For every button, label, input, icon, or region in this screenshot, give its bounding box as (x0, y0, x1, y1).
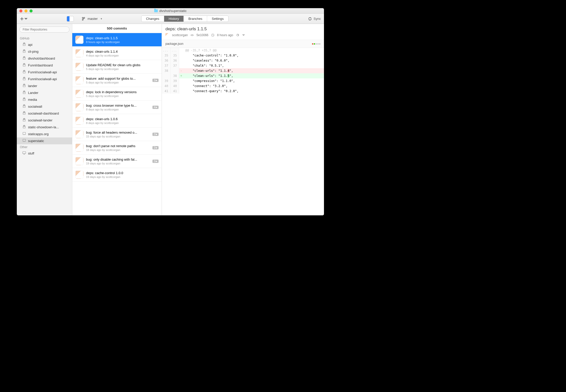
diff-line: 3939 "compression": "1.1.0", (162, 78, 324, 83)
commit-meta: 19 days ago by scottcorgan (86, 162, 150, 165)
avatar (75, 144, 83, 152)
lock-icon (22, 104, 26, 109)
sidebar-item[interactable]: staticapps.org (17, 131, 72, 137)
sidebar-item[interactable]: stuff (17, 150, 72, 157)
filter-repos-input[interactable] (19, 26, 69, 33)
commit-item[interactable]: bug: only disable caching with fal...19 … (72, 155, 162, 168)
sidebar-item[interactable]: media (17, 96, 72, 103)
sync-icon (308, 17, 312, 21)
diff-line: 38- "clean-urls": "1.1.4", (162, 68, 324, 73)
tab-branches[interactable]: Branches (184, 16, 207, 22)
commit-item[interactable]: Update README for clean urls globs5 days… (72, 60, 162, 74)
commit-item[interactable]: bug: cross browser mime type fo...8 days… (72, 101, 162, 114)
commit-title: bug: don't parse not remote paths (86, 144, 150, 148)
branch-name: master (88, 17, 98, 21)
diff-view: ......@@ -35,7 +35,7 @@3535 "cache-contr… (162, 48, 324, 94)
repo-icon (22, 139, 26, 143)
sidebar-toggle-button[interactable] (67, 16, 74, 22)
branch-selector[interactable]: master ▼ (81, 17, 103, 21)
lock-icon (22, 125, 26, 129)
avatar (75, 49, 83, 57)
desktop-icon (22, 151, 26, 156)
lock-icon (22, 56, 26, 61)
commit-title: bug: only disable caching with fal... (86, 158, 150, 161)
commit-file-count-badge: 2 ▶ (152, 133, 159, 136)
clock-icon (211, 33, 215, 37)
sidebar-item-label: Funnl/dashboard (28, 63, 53, 67)
caret-down-icon[interactable] (242, 33, 245, 37)
sidebar-item-label: Funnl/socialwall-api (28, 77, 57, 81)
avatar (75, 90, 83, 98)
avatar (75, 157, 83, 165)
commit-detail-title: deps: clean-urls 1.1.5 (165, 26, 320, 32)
sidebar-item-label: lander (28, 84, 37, 88)
commit-item[interactable]: deps: lock in dependency versions5 days … (72, 87, 162, 101)
sidebar-item[interactable]: cli-ping (17, 48, 72, 55)
sidebar-item[interactable]: lander (17, 82, 72, 89)
commit-item[interactable]: deps: clean-urls 1.0.68 days ago by scot… (72, 114, 162, 128)
commit-file-count-badge: 3 ▶ (152, 160, 159, 163)
sidebar-item-label: static-showdown-la... (28, 125, 59, 129)
sidebar-item[interactable]: Lander (17, 89, 72, 96)
diff-line: 3737 "chalk": "0.5.1", (162, 63, 324, 68)
lock-icon (22, 91, 26, 95)
caret-down-icon (24, 17, 28, 21)
sidebar-item-label: media (28, 98, 37, 102)
repo-icon (22, 132, 26, 136)
commit-meta: 8 hours ago by scottcorgan (86, 40, 159, 44)
lock-icon (22, 63, 26, 67)
gear-icon[interactable] (236, 33, 239, 37)
commit-item[interactable]: deps: clean-urls 1.1.44 days ago by scot… (72, 47, 162, 60)
commit-title: bug: cross browser mime type fo... (86, 104, 150, 107)
sidebar-item[interactable]: api (17, 41, 72, 48)
caret-down-icon: ▼ (100, 18, 103, 20)
sidebar-item[interactable]: divshot/dashboard (17, 55, 72, 62)
commit-icon (190, 33, 194, 37)
maximize-window-button[interactable] (30, 9, 33, 12)
diff-line: 3535 "cache-control": "1.0.0", (162, 53, 324, 58)
commit-detail-meta: scottcorgan 5e10066 8 hours ago (165, 33, 320, 37)
commit-title: bug: force all headers removed o... (86, 131, 150, 134)
commit-author: scottcorgan (172, 33, 188, 37)
sidebar-item[interactable]: socialwall-lander (17, 117, 72, 124)
tab-changes[interactable]: Changes (142, 16, 164, 22)
tab-history[interactable]: History (164, 16, 184, 22)
sidebar-item[interactable]: Funnl/socialwall-api (17, 76, 72, 82)
commit-meta: 15 days ago by scottcorgan (86, 135, 150, 138)
commit-sha: 5e10066 (196, 33, 208, 37)
tab-settings[interactable]: Settings (207, 16, 228, 22)
sync-label: Sync (314, 17, 321, 21)
sidebar-item[interactable]: Funnl/socialwall-api (17, 69, 72, 76)
commit-meta: 4 days ago by scottcorgan (86, 54, 159, 57)
sidebar-item[interactable]: superstatic (17, 137, 72, 144)
diff-filename: package.json (165, 42, 183, 46)
commit-title: deps: clean-urls 1.0.6 (86, 117, 159, 121)
commit-list: 500 commits deps: clean-urls 1.1.58 hour… (72, 24, 162, 215)
minimize-window-button[interactable] (24, 9, 27, 12)
svg-rect-0 (23, 132, 26, 135)
sidebar-item[interactable]: static-showdown-la... (17, 124, 72, 131)
commit-item[interactable]: deps: clean-urls 1.1.58 hours ago by sco… (72, 33, 162, 47)
avatar (75, 130, 83, 138)
diff-line: 38+ "clean-urls": "1.1.5", (162, 73, 324, 78)
sidebar-item[interactable]: socialwall-dashboard (17, 110, 72, 117)
view-tabs: Changes History Branches Settings (141, 16, 229, 22)
commit-file-count-badge: 3 ▶ (152, 79, 159, 82)
commit-item[interactable]: feature: add support for globs to...5 da… (72, 74, 162, 87)
commit-meta: 19 days ago by scottcorgan (86, 175, 159, 178)
commit-title: deps: cache-control 1.0.0 (86, 171, 159, 175)
commit-meta: 8 days ago by scottcorgan (86, 121, 159, 124)
commit-item[interactable]: bug: force all headers removed o...15 da… (72, 128, 162, 141)
commit-title: deps: clean-urls 1.1.5 (86, 36, 159, 40)
main-content: GitHubapicli-pingdivshot/dashboardFunnl/… (17, 24, 324, 215)
sidebar-item[interactable]: socialwall (17, 103, 72, 110)
sync-button[interactable]: Sync (308, 17, 321, 21)
avatar (75, 103, 83, 111)
commit-item[interactable]: bug: don't parse not remote paths18 days… (72, 141, 162, 155)
close-window-button[interactable] (19, 9, 22, 12)
add-button[interactable] (20, 17, 28, 21)
sidebar-item-label: Funnl/socialwall-api (28, 70, 57, 74)
sidebar-item-label: Lander (28, 91, 38, 95)
commit-item[interactable]: deps: cache-control 1.0.019 days ago by … (72, 168, 162, 181)
sidebar-item[interactable]: Funnl/dashboard (17, 62, 72, 69)
